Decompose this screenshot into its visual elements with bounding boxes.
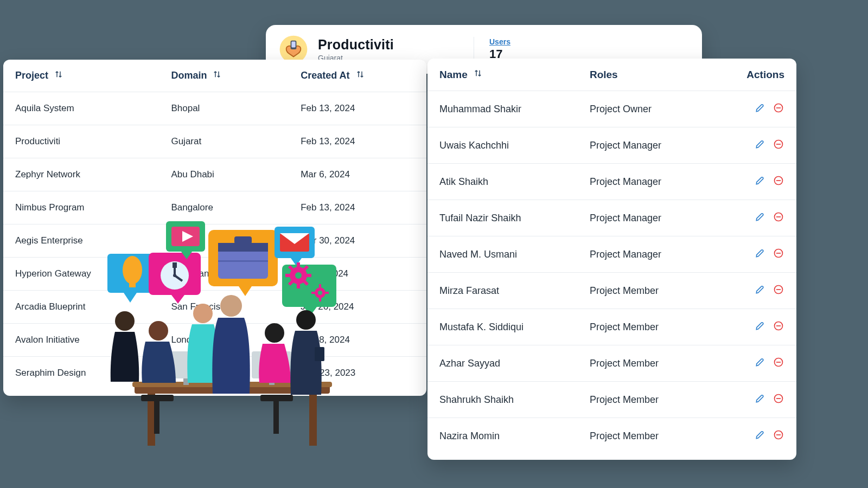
edit-icon[interactable] — [754, 320, 766, 332]
cell-user-role: Project Manager — [578, 164, 711, 200]
cell-project: Avalon Initiative — [3, 324, 159, 357]
edit-icon[interactable] — [754, 247, 766, 259]
delete-icon[interactable] — [773, 393, 784, 404]
cell-user-role: Project Owner — [578, 91, 711, 127]
cell-user-role: Project Manager — [578, 200, 711, 236]
cell-created: Feb 13, 2024 — [289, 92, 426, 125]
edit-icon[interactable] — [754, 211, 766, 223]
col-name[interactable]: Name — [427, 59, 578, 91]
sort-icon[interactable] — [473, 68, 483, 81]
col-domain-label: Domain — [171, 70, 207, 81]
delete-icon[interactable] — [773, 284, 784, 296]
col-domain[interactable]: Domain — [159, 60, 289, 92]
cell-user-name: Shahrukh Shaikh — [427, 382, 578, 418]
delete-icon[interactable] — [773, 211, 784, 223]
col-project[interactable]: Project — [3, 60, 159, 92]
cell-domain: Bhopal — [159, 92, 289, 125]
project-users-summary[interactable]: Users 17 — [489, 37, 690, 61]
table-row: Azhar SayyadProject Member — [427, 345, 796, 382]
sort-icon[interactable] — [54, 69, 63, 82]
table-row: Mustafa K. SiddiquiProject Member — [427, 309, 796, 345]
table-row[interactable]: Aquila SystemBhopalFeb 13, 2024 — [3, 92, 426, 125]
table-row: Naved M. UsmaniProject Manager — [427, 236, 796, 273]
users-label[interactable]: Users — [489, 37, 510, 46]
cell-project: Arcadia Blueprint — [3, 291, 159, 324]
project-title: Productiviti — [318, 37, 394, 53]
edit-icon[interactable] — [754, 429, 766, 441]
delete-icon[interactable] — [773, 138, 784, 150]
edit-icon[interactable] — [754, 393, 766, 404]
cell-actions — [711, 309, 796, 345]
cell-user-role: Project Member — [578, 345, 711, 382]
cell-actions — [711, 418, 796, 454]
cell-domain: San Francisco — [159, 258, 289, 291]
table-row: Tufail Nazir ShaikhProject Manager — [427, 200, 796, 236]
delete-icon[interactable] — [773, 247, 784, 259]
cell-user-name: Naved M. Usmani — [427, 236, 578, 273]
table-row[interactable]: Zephyr NetworkAbu DhabiMar 6, 2024 — [3, 158, 426, 191]
table-row[interactable]: Hyperion GatewaySan FranciscoApr 8, 2024 — [3, 258, 426, 291]
cell-user-name: Muhammad Shakir — [427, 91, 578, 127]
edit-icon[interactable] — [754, 356, 766, 368]
table-row: Uwais KachchhiProject Manager — [427, 127, 796, 164]
table-row[interactable]: Nimbus ProgramBangaloreFeb 13, 2024 — [3, 191, 426, 224]
users-table: Name Roles Actions Muhammad ShakirProjec… — [427, 59, 796, 454]
cell-actions — [711, 382, 796, 418]
edit-icon[interactable] — [754, 138, 766, 150]
cell-domain — [159, 224, 289, 258]
cell-created: Dec 23, 2023 — [289, 357, 426, 390]
cell-created: Mar 30, 2024 — [289, 224, 426, 258]
cell-domain: Bangalore — [159, 191, 289, 224]
cell-domain: London — [159, 324, 289, 357]
cell-user-role: Project Member — [578, 382, 711, 418]
table-row[interactable]: Aegis EnterpriseMar 30, 2024 — [3, 224, 426, 258]
col-created[interactable]: Created At — [289, 60, 426, 92]
cell-project: Zephyr Network — [3, 158, 159, 191]
table-row[interactable]: ProductivitiGujaratFeb 13, 2024 — [3, 125, 426, 158]
cell-domain: Gujarat — [159, 125, 289, 158]
users-card: Name Roles Actions Muhammad ShakirProjec… — [427, 59, 796, 460]
cell-domain: San Francisco — [159, 291, 289, 324]
sort-icon[interactable] — [212, 69, 222, 82]
table-row: Atik ShaikhProject Manager — [427, 164, 796, 200]
cell-user-name: Mustafa K. Siddiqui — [427, 309, 578, 345]
cell-actions — [711, 91, 796, 127]
cell-user-name: Atik Shaikh — [427, 164, 578, 200]
col-created-label: Created At — [301, 70, 349, 81]
cell-user-name: Mirza Farasat — [427, 273, 578, 309]
cell-user-name: Azhar Sayyad — [427, 345, 578, 382]
col-roles[interactable]: Roles — [578, 59, 711, 91]
stage: { "header": { "title": "Productiviti", "… — [0, 0, 868, 488]
delete-icon[interactable] — [773, 320, 784, 332]
delete-icon[interactable] — [773, 175, 784, 187]
col-name-label: Name — [439, 69, 468, 81]
delete-icon[interactable] — [773, 356, 784, 368]
table-row: Muhammad ShakirProject Owner — [427, 91, 796, 127]
table-row[interactable]: Avalon InitiativeLondonMar 8, 2024 — [3, 324, 426, 357]
table-row: Nazira MominProject Member — [427, 418, 796, 454]
cell-project: Hyperion Gateway — [3, 258, 159, 291]
cell-created: Feb 13, 2024 — [289, 191, 426, 224]
cell-actions — [711, 200, 796, 236]
cell-project: Productiviti — [3, 125, 159, 158]
cell-project: Nimbus Program — [3, 191, 159, 224]
edit-icon[interactable] — [754, 284, 766, 296]
sort-icon[interactable] — [355, 69, 365, 82]
edit-icon[interactable] — [754, 175, 766, 187]
delete-icon[interactable] — [773, 102, 784, 114]
cell-user-role: Project Manager — [578, 127, 711, 164]
cell-user-role: Project Member — [578, 418, 711, 454]
cell-domain: Singapore — [159, 357, 289, 390]
cell-user-role: Project Member — [578, 309, 711, 345]
col-project-label: Project — [15, 70, 48, 81]
table-row: Mirza FarasatProject Member — [427, 273, 796, 309]
cell-actions — [711, 236, 796, 273]
table-row[interactable]: Seraphim DesignSingaporeDec 23, 2023 — [3, 357, 426, 390]
delete-icon[interactable] — [773, 429, 784, 441]
projects-card: Project Domain Created At — [3, 60, 426, 396]
col-actions-label: Actions — [746, 69, 784, 80]
svg-rect-69 — [154, 401, 159, 434]
edit-icon[interactable] — [754, 102, 766, 114]
table-row[interactable]: Arcadia BlueprintSan FranciscoJan 26, 20… — [3, 291, 426, 324]
cell-created: Mar 8, 2024 — [289, 324, 426, 357]
